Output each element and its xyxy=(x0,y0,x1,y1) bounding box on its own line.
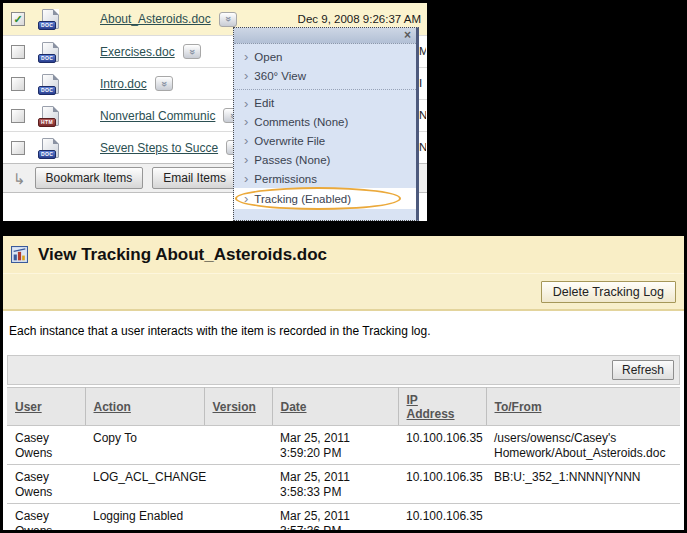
column-header-version: Version xyxy=(204,388,272,426)
chevron-right-icon: › xyxy=(244,115,248,128)
htm-badge: HTM xyxy=(38,118,56,127)
menu-item-label: Edit xyxy=(254,97,274,109)
cell-date: Mar 25, 20113:59:20 PM xyxy=(272,426,398,465)
clipped-date-fragment: N xyxy=(419,141,426,153)
table-row: Casey Owens Logging Enabled Mar 25, 2011… xyxy=(7,504,680,531)
chevron-down-icon[interactable]: » xyxy=(183,44,201,59)
doc-badge: DOC xyxy=(38,150,56,159)
file-link-seven-steps[interactable]: Seven Steps to Succe xyxy=(100,141,218,155)
doc-file-icon: DOC xyxy=(42,138,59,158)
cell-version xyxy=(204,504,272,531)
menu-item-label: Tracking (Enabled) xyxy=(254,193,351,205)
sort-link[interactable]: Version xyxy=(213,400,256,414)
row-checkbox[interactable] xyxy=(11,45,25,59)
menu-item-permissions[interactable]: › Permissions xyxy=(234,169,416,188)
cell-user: Casey Owens xyxy=(7,465,85,504)
chevron-down-icon[interactable]: » xyxy=(155,76,173,91)
menu-item-label: Open xyxy=(254,51,282,63)
column-header-user: User xyxy=(7,388,85,426)
chevron-down-icon[interactable]: » xyxy=(219,12,237,27)
file-link-intro[interactable]: Intro.doc xyxy=(100,77,147,91)
row-checkbox[interactable] xyxy=(11,141,25,155)
chevron-right-icon: › xyxy=(244,69,248,82)
menu-item-tracking[interactable]: › Tracking (Enabled) xyxy=(234,188,416,209)
page-title-bar: View Tracking About_Asteroids.doc xyxy=(3,236,684,273)
column-header-action: Action xyxy=(85,388,204,426)
menu-item-label: Comments (None) xyxy=(254,116,348,128)
context-menu-header[interactable]: × xyxy=(234,28,416,44)
page-action-bar: Delete Tracking Log xyxy=(3,273,684,311)
menu-item-comments[interactable]: › Comments (None) xyxy=(234,112,416,131)
doc-file-icon: DOC xyxy=(42,42,59,62)
page-title: View Tracking About_Asteroids.doc xyxy=(38,245,327,265)
chevron-right-icon: › xyxy=(244,50,248,63)
sort-link[interactable]: IP Address xyxy=(407,393,461,421)
email-items-button[interactable]: Email Items xyxy=(152,167,237,189)
delete-tracking-log-button[interactable]: Delete Tracking Log xyxy=(541,281,676,303)
menu-item-label: Permissions xyxy=(254,173,317,185)
clipped-date-fragment: I xyxy=(419,77,426,89)
doc-badge: DOC xyxy=(38,86,56,95)
cell-user: Casey Owens xyxy=(7,426,85,465)
cell-ip: 10.100.106.35 xyxy=(398,426,486,465)
menu-item-passes[interactable]: › Passes (None) xyxy=(234,150,416,169)
chevron-right-icon: › xyxy=(244,172,248,185)
refresh-button[interactable]: Refresh xyxy=(612,360,674,380)
menu-item-open[interactable]: › Open xyxy=(234,47,416,66)
row-checkbox[interactable] xyxy=(11,109,25,123)
sort-link[interactable]: To/From xyxy=(495,400,542,414)
chevron-right-icon: › xyxy=(244,97,248,110)
file-date: Dec 9, 2008 9:26:37 AM xyxy=(298,13,421,25)
row-checkbox[interactable] xyxy=(11,77,25,91)
view-tracking-panel: View Tracking About_Asteroids.doc Delete… xyxy=(3,236,684,530)
chevron-right-icon: › xyxy=(244,134,248,147)
apply-to-selected-arrow-icon: ↳ xyxy=(13,171,26,186)
column-header-to-from: To/From xyxy=(486,388,680,426)
column-header-date: Date xyxy=(272,388,398,426)
cell-tofrom: /users/owensc/Casey's Homework/About_Ast… xyxy=(486,426,680,465)
htm-file-icon: HTM xyxy=(42,106,59,126)
cell-action: LOG_ACL_CHANGE xyxy=(85,465,204,504)
cell-action: Copy To xyxy=(85,426,204,465)
chevron-right-icon: › xyxy=(244,192,248,205)
table-header-row: User Action Version Date IP Address To/F… xyxy=(7,388,680,426)
menu-item-360-view[interactable]: › 360° View xyxy=(234,66,416,85)
context-menu-body: › Open › 360° View › Edit › Comments (No… xyxy=(234,44,416,209)
sort-link[interactable]: User xyxy=(15,400,42,414)
checkmark-icon: ✓ xyxy=(13,14,22,25)
file-link-nonverbal[interactable]: Nonverbal Communic xyxy=(100,109,215,123)
file-link-about-asteroids[interactable]: About_Asteroids.doc xyxy=(100,12,211,26)
chevron-right-icon: › xyxy=(244,153,248,166)
tracking-stats-icon xyxy=(11,246,28,263)
menu-item-edit[interactable]: › Edit xyxy=(234,89,416,112)
sort-link[interactable]: Date xyxy=(281,400,307,414)
close-icon[interactable]: × xyxy=(404,28,411,43)
doc-file-icon: DOC xyxy=(42,9,59,29)
menu-item-label: Overwrite File xyxy=(254,135,325,147)
tracking-log-table: User Action Version Date IP Address To/F… xyxy=(7,387,680,530)
cell-version xyxy=(204,426,272,465)
column-header-ip-address: IP Address xyxy=(398,388,486,426)
file-link-exercises[interactable]: Exercises.doc xyxy=(100,45,175,59)
menu-item-label: 360° View xyxy=(254,70,306,82)
menu-item-overwrite-file[interactable]: › Overwrite File xyxy=(234,131,416,150)
refresh-bar: Refresh xyxy=(7,355,680,385)
sort-link[interactable]: Action xyxy=(94,400,131,414)
doc-badge: DOC xyxy=(38,54,56,63)
cell-ip: 10.100.106.35 xyxy=(398,504,486,531)
clipped-date-fragment: M xyxy=(419,45,426,57)
cell-tofrom xyxy=(486,504,680,531)
page-description: Each instance that a user interacts with… xyxy=(3,311,684,347)
menu-item-label: Passes (None) xyxy=(254,154,330,166)
screenshot-canvas: ✓ DOC About_Asteroids.doc » Dec 9, 2008 … xyxy=(0,0,687,533)
cell-user: Casey Owens xyxy=(7,504,85,531)
clipped-date-fragment: N xyxy=(419,109,426,121)
bookmark-items-button[interactable]: Bookmark Items xyxy=(35,167,144,189)
doc-file-icon: DOC xyxy=(42,74,59,94)
cell-date: Mar 25, 20113:57:36 PM xyxy=(272,504,398,531)
doc-badge: DOC xyxy=(38,21,56,30)
cell-version xyxy=(204,465,272,504)
table-row: Casey Owens Copy To Mar 25, 20113:59:20 … xyxy=(7,426,680,465)
table-row: Casey Owens LOG_ACL_CHANGE Mar 25, 20113… xyxy=(7,465,680,504)
row-checkbox-checked[interactable]: ✓ xyxy=(11,12,25,26)
